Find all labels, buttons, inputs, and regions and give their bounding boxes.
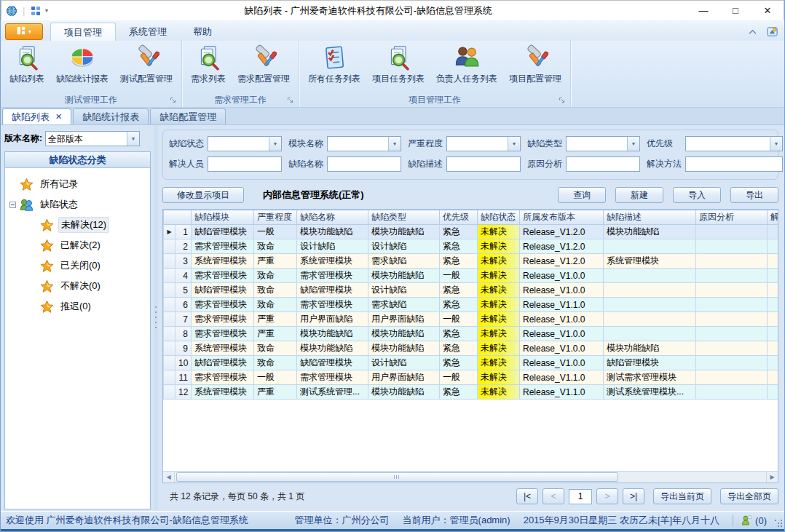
sidebar-splitter[interactable] xyxy=(154,125,158,511)
column-header[interactable]: 所属发布版本 xyxy=(520,210,604,225)
quick-access-toolbar[interactable]: ▼ xyxy=(30,5,49,17)
scrollbar-thumb[interactable] xyxy=(176,472,618,482)
app-menu-button[interactable]: ▼ xyxy=(5,23,43,40)
dropdown-arrow-icon[interactable]: ▼ xyxy=(508,137,520,151)
ribbon-tab[interactable]: 系统管理 xyxy=(116,23,180,41)
document-tab-bar: 缺陷列表✕缺陷统计报表缺陷配置管理 xyxy=(1,108,784,125)
ribbon-button[interactable]: 需求列表 xyxy=(185,43,232,85)
filter-combobox[interactable]: ▼ xyxy=(208,136,282,151)
maximize-button[interactable]: □ xyxy=(719,1,752,20)
action-button[interactable]: 查询 xyxy=(558,187,606,203)
scroll-left-icon[interactable]: ◀ xyxy=(163,472,175,483)
dropdown-arrow-icon[interactable]: ▼ xyxy=(627,137,639,151)
dialog-launcher-icon[interactable] xyxy=(559,97,566,104)
export-current-page-button[interactable]: 导出当前页 xyxy=(653,488,711,504)
dropdown-arrow-icon[interactable]: ▼ xyxy=(388,137,401,151)
table-row[interactable]: 10缺陷管理模块致命缺陷管理模块设计缺陷紧急未解决Release_V1.0.0缺… xyxy=(164,356,778,370)
cell: Release_V1.0.0 xyxy=(520,356,604,370)
page-number-input[interactable] xyxy=(569,489,592,504)
message-indicator[interactable]: (0) xyxy=(741,515,767,526)
filter-input[interactable] xyxy=(566,156,640,172)
ribbon-button[interactable]: 测试配置管理 xyxy=(114,43,178,85)
filter-combobox[interactable]: ▼ xyxy=(566,136,640,151)
column-header[interactable]: 缺陷描述 xyxy=(604,210,696,225)
next-page-button[interactable]: > xyxy=(596,488,618,504)
dialog-launcher-icon[interactable] xyxy=(170,97,177,104)
tree-item[interactable]: 已关闭(0) xyxy=(5,255,150,276)
dropdown-arrow-icon[interactable]: ▼ xyxy=(269,137,281,151)
close-button[interactable]: ✕ xyxy=(752,1,784,20)
column-header[interactable]: 严重程度 xyxy=(254,210,297,225)
help-icon[interactable] xyxy=(766,25,778,38)
table-row[interactable]: ▶1缺陷管理模块一般模块功能缺陷模块功能缺陷紧急未解决Release_V1.2.… xyxy=(164,225,778,239)
ribbon-button[interactable]: 缺陷统计报表 xyxy=(50,43,114,85)
filter-input[interactable] xyxy=(327,156,401,172)
tree-item[interactable]: 不解决(0) xyxy=(5,276,150,296)
chevron-down-icon: ▼ xyxy=(28,29,33,34)
table-row[interactable]: 4需求管理模块致命需求管理模块模块功能缺陷一般未解决Release_V1.0.0 xyxy=(164,269,778,283)
ribbon-button[interactable]: 缺陷列表 xyxy=(4,43,50,85)
ribbon-button[interactable]: 项目任务列表 xyxy=(366,43,430,85)
table-row[interactable]: 11需求管理模块一般需求管理模块用户界面缺陷一般未解决Release_V1.1.… xyxy=(164,370,778,385)
last-page-button[interactable]: >| xyxy=(623,488,644,504)
filter-input[interactable] xyxy=(208,156,282,172)
tree-item[interactable]: 已解决(2) xyxy=(5,235,150,255)
tree-item[interactable]: 推迟(0) xyxy=(5,296,150,317)
filter-input[interactable] xyxy=(685,156,783,172)
column-header[interactable]: 原因分析 xyxy=(696,210,768,225)
cell xyxy=(768,356,778,370)
ribbon-button[interactable]: 所有任务列表 xyxy=(302,43,366,85)
resize-grip[interactable] xyxy=(774,519,783,528)
column-header[interactable]: 优先级 xyxy=(440,210,478,225)
prev-page-button[interactable]: < xyxy=(543,488,564,504)
row-number: 8 xyxy=(175,327,192,341)
column-header[interactable]: 缺陷模块 xyxy=(192,210,254,225)
tree-item[interactable]: 未解决(12) xyxy=(5,215,150,235)
horizontal-scrollbar[interactable]: ◀ ▶ xyxy=(163,471,778,483)
table-row[interactable]: 12系统管理模块严重测试系统管理...模块功能缺陷紧急未解决Release_V1… xyxy=(164,385,778,400)
table-row[interactable]: 9系统管理模块致命模块功能缺陷模块功能缺陷紧急未解决Release_V1.0.0… xyxy=(164,341,778,356)
ribbon-tab[interactable]: 项目管理 xyxy=(50,23,116,41)
document-tab[interactable]: 缺陷配置管理 xyxy=(150,108,226,124)
dropdown-arrow-icon[interactable]: ▼ xyxy=(127,132,139,146)
dropdown-arrow-icon[interactable]: ▼ xyxy=(770,137,782,151)
ribbon-button[interactable]: 负责人任务列表 xyxy=(430,43,503,85)
close-tab-icon[interactable]: ✕ xyxy=(55,109,62,124)
ribbon-button[interactable]: 需求配置管理 xyxy=(232,43,296,85)
first-page-button[interactable]: |< xyxy=(516,488,538,504)
version-select[interactable]: 全部版本 ▼ xyxy=(45,131,140,146)
column-header[interactable]: 解决方法 xyxy=(768,210,778,225)
action-button[interactable]: 导入 xyxy=(673,187,721,203)
dialog-launcher-icon[interactable] xyxy=(287,97,294,104)
action-button[interactable]: 导出 xyxy=(730,187,778,203)
filter-combobox[interactable]: ▼ xyxy=(685,136,783,151)
column-header[interactable]: 缺陷类型 xyxy=(368,210,440,225)
collapse-ribbon-icon[interactable] xyxy=(748,29,757,35)
row-number: 1 xyxy=(175,225,192,239)
table-row[interactable]: 2需求管理模块致命设计缺陷设计缺陷紧急未解决Release_V1.2.0 xyxy=(164,239,778,254)
document-tab[interactable]: 缺陷统计报表 xyxy=(73,108,149,124)
table-row[interactable]: 8需求管理模块严重模块功能缺陷模块功能缺陷紧急未解决Release_V1.0.0 xyxy=(164,327,778,341)
table-row[interactable]: 3系统管理模块严重系统管理模块需求缺陷紧急未解决Release_V1.2.0系统… xyxy=(164,254,778,269)
app-globe-icon xyxy=(6,5,17,17)
scroll-right-icon[interactable]: ▶ xyxy=(766,472,778,483)
document-tab[interactable]: 缺陷列表✕ xyxy=(2,108,71,124)
table-row[interactable]: 5缺陷管理模块致命缺陷管理模块设计缺陷紧急未解决Release_V1.0.0 xyxy=(164,283,778,298)
table-row[interactable]: 6需求管理模块致命需求管理模块需求缺陷紧急未解决Release_V1.1.0 xyxy=(164,298,778,312)
column-header[interactable]: 缺陷名称 xyxy=(297,210,368,225)
tree-item[interactable]: 缺陷状态 xyxy=(5,194,150,215)
collapse-node-icon[interactable] xyxy=(9,202,16,208)
filter-combobox[interactable]: ▼ xyxy=(446,136,521,151)
modify-columns-button[interactable]: 修改显示项目 xyxy=(162,187,244,203)
tree-item[interactable]: 所有记录 xyxy=(5,174,150,194)
filter-input[interactable] xyxy=(446,156,521,172)
action-button[interactable]: 新建 xyxy=(615,187,663,203)
cell xyxy=(604,298,696,312)
minimize-button[interactable]: — xyxy=(687,1,719,20)
filter-combobox[interactable]: ▼ xyxy=(327,136,401,151)
ribbon-button[interactable]: 项目配置管理 xyxy=(503,43,567,85)
export-all-pages-button[interactable]: 导出全部页 xyxy=(720,488,778,504)
ribbon-tab[interactable]: 帮助 xyxy=(180,23,225,41)
column-header[interactable]: 缺陷状态 xyxy=(478,210,520,225)
table-row[interactable]: 7需求管理模块严重用户界面缺陷用户界面缺陷一般未解决Release_V1.0.0 xyxy=(164,312,778,327)
